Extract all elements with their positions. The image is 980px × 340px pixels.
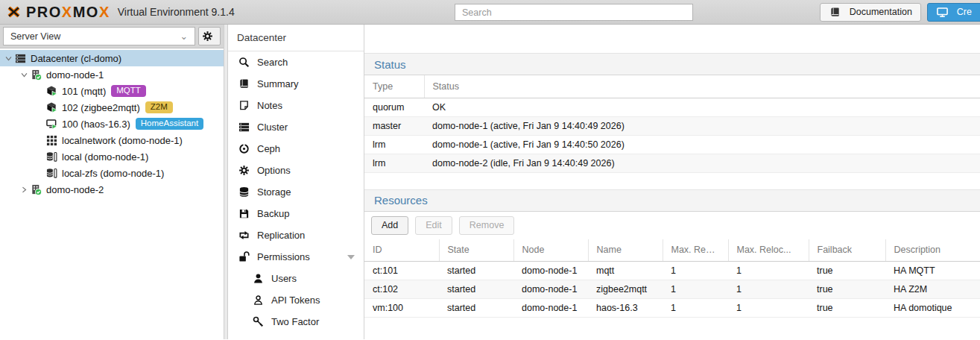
status-row-quorum[interactable]: quorumOK <box>364 98 980 116</box>
menu-item-storage[interactable]: Storage <box>228 181 364 203</box>
menu-item-replication[interactable]: Replication <box>228 224 364 246</box>
resources-section-header: Resources <box>364 189 980 212</box>
status-column-status[interactable]: Status <box>424 75 980 98</box>
resources-column-name[interactable]: Name <box>588 239 663 262</box>
status-row-master[interactable]: masterdomo-node-1 (active, Fri Jan 9 14:… <box>364 116 980 135</box>
proxmox-app: PROXMOX Virtual Environment 9.1.4 Docume… <box>0 0 980 340</box>
resources-column-max-restart[interactable]: Max. Restart <box>663 239 728 262</box>
resources-toolbar: AddEditRemove <box>364 212 980 239</box>
tree-item-101-mqtt[interactable]: 101 (mqtt)MQTT <box>0 83 224 99</box>
menu-item-two-factor[interactable]: Two Factor <box>228 311 364 333</box>
status-cell: OK <box>424 98 980 116</box>
tree-item-local-domo-node-1[interactable]: local (domo-node-1) <box>0 148 224 165</box>
header-actions: Documentation Cre <box>820 3 973 22</box>
resources-cell: started <box>439 280 513 299</box>
vm-running-icon <box>45 119 58 130</box>
tree-item-local-zfs-domo-node-1[interactable]: local-zfs (domo-node-1) <box>0 165 224 181</box>
storage-item-icon <box>45 168 58 179</box>
tree-item-localnetwork-domo-node-1[interactable]: localnetwork (domo-node-1) <box>0 132 224 148</box>
menu-item-label: Options <box>257 165 291 176</box>
remove-button[interactable]: Remove <box>459 216 515 235</box>
resources-cell: 1 <box>663 262 728 280</box>
tree-item-domo-node-1[interactable]: domo-node-1 <box>0 66 224 83</box>
resources-cell: vm:100 <box>364 299 439 318</box>
menu-item-label: Search <box>257 57 288 68</box>
menu-item-notes[interactable]: Notes <box>228 95 364 116</box>
ct-running-icon <box>45 86 58 97</box>
resources-cell: domo-node-1 <box>513 299 588 318</box>
menu-item-label: Backup <box>257 208 289 219</box>
menu-item-label: Summary <box>257 78 299 89</box>
unlock-icon <box>238 251 250 262</box>
content-top-padding <box>364 25 980 53</box>
resources-cell: ct:101 <box>364 262 439 280</box>
status-cell: domo-node-1 (active, Fri Jan 9 14:40:50 … <box>424 135 980 154</box>
menu-item-label: Ceph <box>257 143 280 154</box>
resources-cell: true <box>809 280 885 299</box>
resources-cell: started <box>439 262 513 280</box>
view-selector-dropdown[interactable]: Server View ⌄ <box>3 27 195 45</box>
global-search-input[interactable] <box>455 4 693 21</box>
resources-cell: HA MQTT <box>885 262 980 280</box>
db-icon <box>238 186 250 198</box>
menu-item-label: Permissions <box>257 251 310 262</box>
top-header: PROXMOX Virtual Environment 9.1.4 Docume… <box>0 0 980 25</box>
edit-button[interactable]: Edit <box>415 216 452 235</box>
resources-column-failback[interactable]: Failback <box>809 239 885 262</box>
resources-cell: true <box>809 299 885 318</box>
add-button[interactable]: Add <box>371 216 408 235</box>
product-version: Virtual Environment 9.1.4 <box>118 6 235 18</box>
menu-item-users[interactable]: Users <box>228 268 364 289</box>
status-row-lrm[interactable]: lrmdomo-node-2 (idle, Fri Jan 9 14:40:49… <box>364 154 980 172</box>
tree-item-100-haos-16-3[interactable]: 100 (haos-16.3)HomeAssistant <box>0 116 224 132</box>
status-column-type[interactable]: Type <box>364 75 424 98</box>
menu-item-options[interactable]: Options <box>228 160 364 181</box>
resources-cell: ct:102 <box>364 280 439 299</box>
resources-column-max-reloc[interactable]: Max. Reloc... <box>728 239 809 262</box>
resources-cell: 1 <box>663 280 728 299</box>
tree-item-label: Datacenter (cl-domo) <box>31 53 121 64</box>
resources-row-ct-101[interactable]: ct:101starteddomo-node-1mqtt11trueHA MQT… <box>364 262 980 280</box>
menu-item-backup[interactable]: Backup <box>228 203 364 224</box>
cluster-icon <box>238 122 250 133</box>
tree-item-domo-node-2[interactable]: domo-node-2 <box>0 181 224 198</box>
book-icon <box>238 78 250 89</box>
status-row-lrm[interactable]: lrmdomo-node-1 (active, Fri Jan 9 14:40:… <box>364 135 980 154</box>
menu-item-permissions[interactable]: Permissions <box>228 246 364 268</box>
expander-chevron-down-icon[interactable] <box>3 54 14 63</box>
proxmox-x-logo-icon <box>7 4 20 19</box>
documentation-button[interactable]: Documentation <box>820 3 921 22</box>
menu-item-label: Cluster <box>257 122 288 133</box>
status-cell: master <box>364 116 424 135</box>
node-online-icon <box>30 184 42 195</box>
create-vm-button[interactable]: Cre <box>927 3 980 22</box>
resources-column-node[interactable]: Node <box>513 239 588 262</box>
resources-column-id[interactable]: ID <box>364 239 439 262</box>
menu-item-summary[interactable]: Summary <box>228 73 364 95</box>
menu-item-search[interactable]: Search <box>228 51 364 73</box>
expander-chevron-down-icon[interactable] <box>19 71 30 79</box>
tree-item-label: local-zfs (domo-node-1) <box>62 168 164 179</box>
proxmox-logo: PROXMOX <box>7 4 110 21</box>
resources-cell: domo-node-1 <box>513 280 588 299</box>
resources-row-vm-100[interactable]: vm:100starteddomo-node-1haos-16.311trueH… <box>364 299 980 318</box>
status-table: TypeStatus quorumOKmasterdomo-node-1 (ac… <box>364 75 980 173</box>
user-outline-icon <box>252 295 265 306</box>
tree-item-label: 102 (zigbee2mqtt) <box>62 102 140 113</box>
resources-column-state[interactable]: State <box>439 239 513 262</box>
tree-item-datacenter-cl-domo[interactable]: Datacenter (cl-domo) <box>0 50 224 66</box>
tree-item-102-zigbee2mqtt[interactable]: 102 (zigbee2mqtt)Z2M <box>0 99 224 116</box>
resources-cell: zigbee2mqtt <box>588 280 663 299</box>
tree-settings-button[interactable] <box>198 27 221 45</box>
resources-row-ct-102[interactable]: ct:102starteddomo-node-1zigbee2mqtt11tru… <box>364 280 980 299</box>
expander-chevron-right-icon[interactable] <box>19 186 30 194</box>
menu-item-ceph[interactable]: Ceph <box>228 138 364 160</box>
menu-item-label: Two Factor <box>271 316 319 327</box>
resources-cell: 1 <box>728 280 809 299</box>
node-online-icon <box>30 69 42 81</box>
menu-item-api-tokens[interactable]: API Tokens <box>228 289 364 311</box>
menu-item-cluster[interactable]: Cluster <box>228 116 364 138</box>
tree-item-label: domo-node-1 <box>46 69 104 81</box>
resources-column-description[interactable]: Description <box>885 239 980 262</box>
group-caret-icon[interactable] <box>347 255 355 259</box>
